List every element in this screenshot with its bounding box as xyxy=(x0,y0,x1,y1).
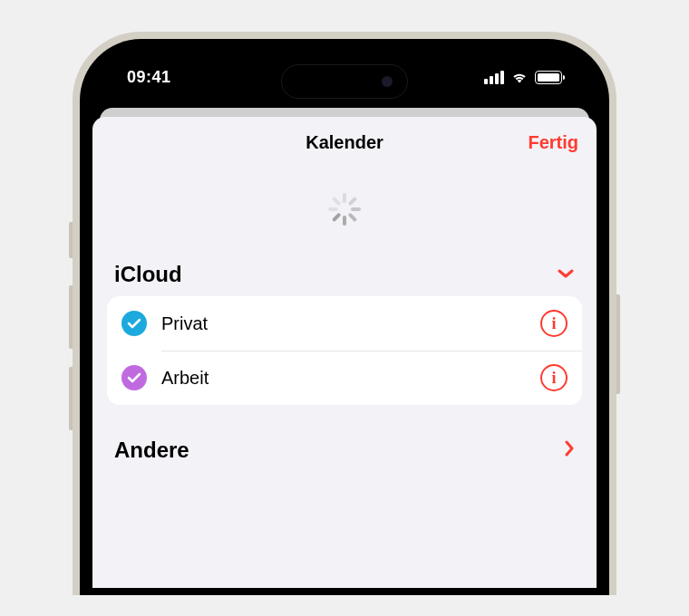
side-button xyxy=(69,222,73,258)
phone-bezel: 09:41 xyxy=(80,39,609,595)
sheet-title: Kalender xyxy=(306,132,383,153)
calendar-row-arbeit[interactable]: Arbeit i xyxy=(107,351,582,405)
side-button xyxy=(616,294,620,394)
section-header-andere[interactable]: Andere xyxy=(92,438,597,472)
calendar-label: Privat xyxy=(161,313,526,334)
checkmark-icon[interactable] xyxy=(121,311,147,336)
sheet-header: Kalender Fertig xyxy=(92,117,597,168)
calendar-list: Privat i Arbeit i xyxy=(107,296,582,405)
info-icon[interactable]: i xyxy=(540,364,568,391)
cellular-signal-icon xyxy=(484,71,504,84)
status-icons xyxy=(484,71,562,84)
loading-spinner-container xyxy=(92,168,597,262)
battery-icon xyxy=(535,71,562,84)
screen: 09:41 xyxy=(92,52,597,595)
status-time: 09:41 xyxy=(127,68,171,87)
chevron-right-icon xyxy=(564,439,575,461)
calendar-row-privat[interactable]: Privat i xyxy=(107,296,582,351)
calendar-label: Arbeit xyxy=(161,368,526,389)
section-title: Andere xyxy=(114,438,189,463)
checkmark-icon[interactable] xyxy=(121,365,147,390)
dynamic-island xyxy=(281,64,408,99)
section-header-icloud[interactable]: iCloud xyxy=(92,262,597,296)
phone-frame: 09:41 xyxy=(73,32,616,595)
side-button xyxy=(69,367,73,430)
chevron-down-icon xyxy=(557,266,575,283)
status-bar: 09:41 xyxy=(92,52,597,102)
info-icon[interactable]: i xyxy=(540,310,568,337)
side-button xyxy=(69,285,73,349)
calendars-sheet: Kalender Fertig iCloud xyxy=(92,117,597,588)
spinner-icon xyxy=(328,193,361,226)
wifi-icon xyxy=(510,71,529,84)
done-button[interactable]: Fertig xyxy=(528,132,578,153)
section-title: iCloud xyxy=(114,262,182,287)
